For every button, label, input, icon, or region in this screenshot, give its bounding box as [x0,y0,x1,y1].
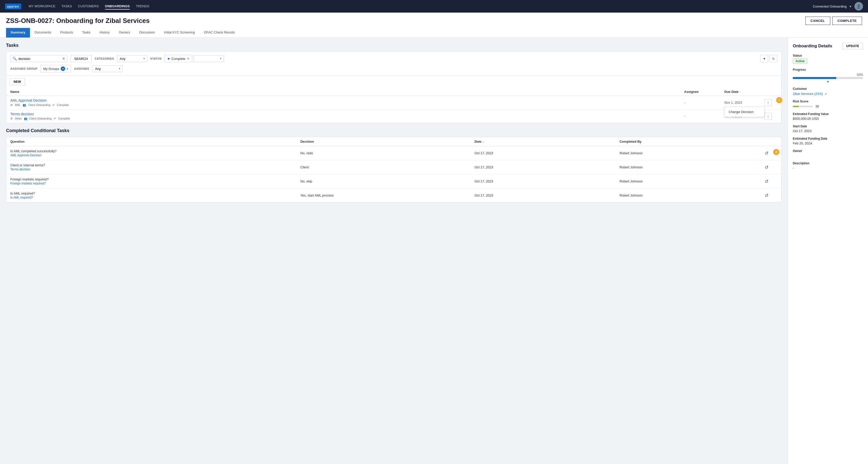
completed-row-3-undo-button[interactable]: ↺ [765,179,768,184]
due-date-sort-icon[interactable]: ↑ [739,90,741,93]
nav-trends[interactable]: TRENDS [136,3,149,9]
tab-discussion[interactable]: Discussion [134,28,159,37]
sidebar-title: Onboarding Details [793,43,832,49]
tab-documents[interactable]: Documents [30,28,56,37]
task-2-name-cell: Terms decision ⚙ Other 👥 Client Onboardi… [10,112,684,120]
tab-tasks[interactable]: Tasks [78,28,95,37]
completed-row-1-question: Is AML completed successfully? [10,149,57,153]
page-tabs: Summary Documents Products Tasks History… [6,28,862,37]
app-dropdown-chevron[interactable]: ▾ [849,4,851,8]
completed-row-1-date: Oct 17, 2023 [474,151,620,155]
progress-bar-container: 62% ▲ [793,73,863,83]
status-badge-x[interactable]: ✕ [187,57,189,60]
task-1-actions-button[interactable]: ⋮ [765,99,772,106]
completed-row-4-completed-by: Robert Johnson [619,193,765,197]
tab-owners[interactable]: Owners [114,28,134,37]
nav-tasks[interactable]: TASKS [61,3,72,9]
completed-row-3-question-cell: Foreign markets required? Foreign market… [10,177,301,185]
completed-row-2-link[interactable]: Terms decision [10,167,301,171]
right-sidebar: Onboarding Details UPDATE Status Active … [787,38,868,464]
progress-bar-fill [793,77,836,79]
assigned-group-wrapper: My Groups ✕ ▾ [40,65,71,72]
completed-row-3-undo-cell: ↺ [765,179,777,184]
completed-row-1-link[interactable]: AML Approval Decision [10,154,301,157]
completed-row-4-link[interactable]: Is AML required? [10,196,301,199]
app-name[interactable]: Connected Onboarding [813,4,847,8]
update-button[interactable]: UPDATE [843,43,863,49]
start-date-value: Oct 17, 2023 [793,129,863,133]
search-input[interactable] [19,57,61,61]
completed-row-1-undo-cell: ↺ 2 [765,151,777,156]
tab-ofac[interactable]: OFAC Check Results [199,28,240,37]
start-date-label: Start Date [793,125,863,128]
status-select[interactable] [194,55,224,62]
completed-row-2-completed-by: Robert Johnson [619,165,765,169]
task-1-meta: ⚙ AML 👥 Client Onboarding ✔ Complete [10,103,684,107]
nav-my-workspace[interactable]: MY WORKSPACE [29,3,55,9]
completed-row-1-completed-by: Robert Johnson [619,151,765,155]
completed-row-2: Client or internal terms? Terms decision… [6,160,781,174]
estimated-funding-value: Feb 20, 2024 [793,142,863,145]
completed-col-date-label: Date [474,140,482,144]
tab-history[interactable]: History [95,28,114,37]
risk-score-value: 30 [815,104,819,108]
filter-icons: ▼ ↻ [761,55,777,62]
task-1-complete-icon: ✔ [52,103,55,107]
assigned-group-chevron[interactable]: ▾ [67,67,68,70]
search-clear-icon[interactable]: ✕ [62,57,65,61]
user-avatar[interactable]: 👤 [855,2,863,10]
sidebar-header: Onboarding Details UPDATE [793,43,863,49]
completed-row-2-decision: Client [301,165,474,169]
task-2-assignee: - [684,114,724,118]
filter-icon-button[interactable]: ▼ [761,55,768,62]
col-due-date-label: Due Date [724,90,738,94]
page-header: ZSS-ONB-0027: Onboarding for Zibal Servi… [0,12,868,38]
main-panel: Tasks 🔍 ✕ SEARCH CATEGORIES Any [0,38,787,464]
completed-row-4-undo-button[interactable]: ↺ [765,193,768,198]
funding-value-label: Estimated Funding Value [793,112,863,116]
completed-row-1-undo-button[interactable]: ↺ [765,151,768,156]
nav-customers[interactable]: CUSTOMERS [78,3,99,9]
page-title: ZSS-ONB-0027: Onboarding for Zibal Servi… [6,17,150,25]
description-label: Description [793,161,863,165]
change-decision-menu-item[interactable]: Change Decision [724,108,764,116]
tab-products[interactable]: Products [56,28,78,37]
status-filter-wrapper: ● Complete ✕ [164,55,224,62]
completed-row-2-question-cell: Client or internal terms? Terms decision [10,163,301,171]
date-sort-icon[interactable]: ↓ [483,140,484,143]
new-task-button[interactable]: NEW [10,78,25,85]
content-area: Tasks 🔍 ✕ SEARCH CATEGORIES Any [0,38,868,464]
customer-field-label: Customer [793,87,863,91]
task-2-meta-text-1: Other [15,117,22,120]
completed-row-3-link[interactable]: Foreign markets required? [10,182,301,185]
task-1-link[interactable]: AML Approval Decision [10,98,684,102]
filter-row-2: ASSIGNED GROUP My Groups ✕ ▾ ASSIGNEE An… [10,65,777,72]
completed-col-completed-by: Completed By [619,140,765,144]
task-2-link[interactable]: Terms decision [10,112,684,116]
task-1-due-date: Nov 1, 2023 [724,101,765,104]
estimated-funding-field: Estimated Funding Date Feb 20, 2024 [793,137,863,145]
completed-row-2-date: Oct 17, 2023 [474,165,620,169]
customer-link[interactable]: Zibal Services (ZSS) ↗ [793,92,827,96]
completed-row-1-question-cell: Is AML completed successfully? AML Appro… [10,149,301,157]
task-2-actions-button[interactable]: ⋮ [765,113,772,120]
assigned-group-clear-button[interactable]: ✕ [61,66,65,71]
col-assignee-label: Assignee [684,90,699,94]
tab-summary[interactable]: Summary [6,28,30,37]
task-1-assignee: - [684,101,724,104]
cancel-button[interactable]: CANCEL [805,17,830,25]
complete-button[interactable]: COMPLETE [832,17,862,25]
refresh-icon-button[interactable]: ↻ [770,55,777,62]
completed-row-2-undo-cell: ↺ [765,164,777,170]
tab-initial-kyc[interactable]: Initial KYC Screening [159,28,199,37]
completed-row-3-decision: No, skip [301,179,474,183]
owner-value [793,154,863,157]
categories-select[interactable]: Any [117,55,147,62]
assignee-select[interactable]: Any [92,65,123,72]
col-due-date: Due Date ↑ [724,90,765,94]
nav-onboardings[interactable]: ONBOARDINGS [105,3,130,9]
completed-row-2-undo-button[interactable]: ↺ [765,164,768,170]
app-logo[interactable]: appian [5,3,21,9]
search-button[interactable]: SEARCH [70,55,92,62]
risk-score-label: Risk Score [793,100,863,103]
